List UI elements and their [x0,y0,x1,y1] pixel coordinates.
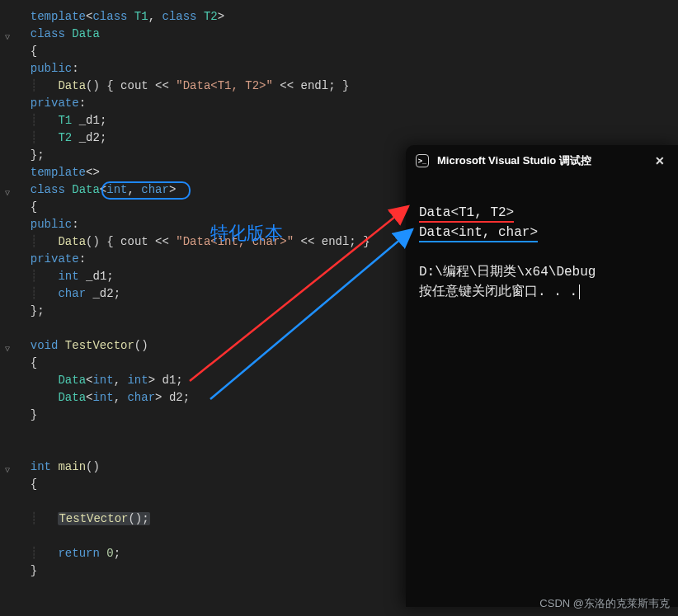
fold-icon[interactable]: ▽ [5,462,10,479]
annotation-ring [101,181,191,200]
fold-icon[interactable]: ▽ [5,341,10,358]
console-titlebar[interactable]: >_ Microsoft Visual Studio 调试控 ✕ [406,145,678,176]
console-line-2: Data<int, char> [419,225,538,242]
terminal-icon: >_ [416,154,429,167]
watermark: CSDN @东洛的克莱斯韦克 [539,596,670,611]
console-title: Microsoft Visual Studio 调试控 [437,153,591,168]
fold-icon[interactable]: ▽ [5,185,10,202]
fold-icon[interactable]: ▽ [5,29,10,46]
annotation-label: 特化版本 [210,221,283,246]
console-output: Data<T1, T2> Data<int, char> D:\编程\日期类\x… [406,176,678,328]
console-path: D:\编程\日期类\x64\Debug [419,265,596,280]
debug-console: >_ Microsoft Visual Studio 调试控 ✕ Data<T1… [406,145,678,607]
close-icon[interactable]: ✕ [652,154,668,167]
console-prompt: 按任意键关闭此窗口. . . [419,284,577,299]
console-line-1: Data<T1, T2> [419,205,514,223]
